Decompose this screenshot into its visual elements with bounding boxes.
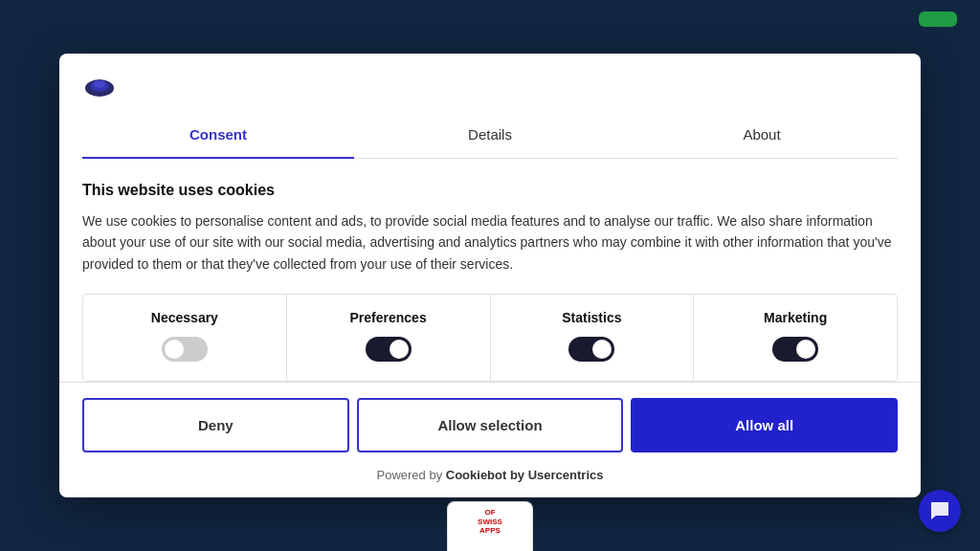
modal-header: Consent Details About	[59, 54, 921, 159]
necessary-label: Necessary	[151, 310, 218, 325]
tab-consent[interactable]: Consent	[82, 111, 354, 158]
necessary-toggle[interactable]	[162, 337, 208, 362]
chat-button[interactable]	[919, 490, 961, 532]
cookie-description: We use cookies to personalise content an…	[82, 210, 898, 275]
modal-body: This website uses cookies We use cookies…	[59, 159, 921, 275]
swiss-badge-text: OFSWISSAPPS	[478, 508, 502, 536]
powered-by: Powered by Cookiebot by Usercentrics	[59, 468, 921, 497]
deny-button[interactable]: Deny	[82, 398, 349, 452]
marketing-label: Marketing	[764, 310, 827, 325]
modal-overlay: Consent Details About This website uses …	[0, 0, 980, 551]
allow-selection-button[interactable]: Allow selection	[357, 398, 624, 452]
category-statistics: Statistics	[491, 295, 695, 381]
action-buttons: Deny Allow selection Allow all	[59, 382, 921, 468]
company-logo-icon	[82, 69, 117, 103]
top-green-button[interactable]	[919, 11, 957, 27]
tab-details[interactable]: Details	[354, 111, 626, 158]
category-necessary: Necessary	[83, 295, 287, 381]
logo-area	[82, 69, 898, 103]
marketing-toggle[interactable]	[772, 337, 818, 362]
category-preferences: Preferences	[287, 295, 491, 381]
tab-about[interactable]: About	[626, 111, 898, 158]
statistics-label: Statistics	[562, 310, 621, 325]
cookie-categories: Necessary Preferences Statistics Marketi…	[82, 294, 898, 382]
tabs-container: Consent Details About	[82, 111, 898, 159]
category-marketing: Marketing	[694, 295, 897, 381]
statistics-toggle[interactable]	[568, 337, 614, 362]
cookie-title: This website uses cookies	[82, 182, 898, 199]
chat-icon	[929, 500, 950, 521]
preferences-toggle[interactable]	[366, 337, 412, 362]
swiss-apps-badge: OFSWISSAPPS	[447, 501, 533, 551]
preferences-label: Preferences	[350, 310, 427, 325]
cookiebot-brand: Cookiebot by Usercentrics	[446, 468, 604, 482]
cookie-consent-modal: Consent Details About This website uses …	[59, 54, 921, 497]
svg-point-2	[94, 80, 105, 88]
allow-all-button[interactable]: Allow all	[631, 398, 898, 452]
